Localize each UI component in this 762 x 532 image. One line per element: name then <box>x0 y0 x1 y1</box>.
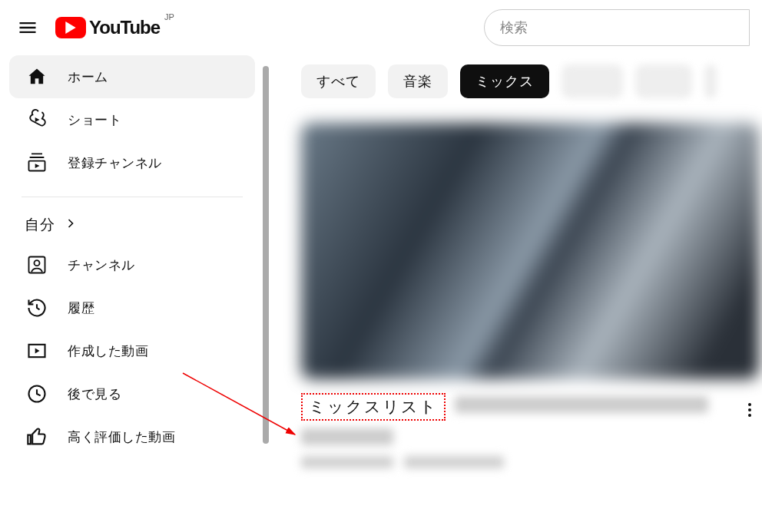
history-icon <box>25 296 49 320</box>
kebab-icon <box>740 401 759 419</box>
channel-icon <box>25 253 49 277</box>
sidebar-label: 後で見る <box>68 385 121 403</box>
subscriptions-icon <box>25 150 49 175</box>
sidebar-section-you[interactable]: 自分 <box>9 207 255 243</box>
sidebar-item-home[interactable]: ホーム <box>9 55 255 98</box>
sidebar-item-shorts[interactable]: ショート <box>9 98 255 141</box>
chevron-right-icon <box>63 216 78 235</box>
video-meta: ミックスリスト <box>301 393 759 468</box>
sidebar-label: 作成した動画 <box>68 342 148 360</box>
youtube-play-icon <box>55 17 86 38</box>
guide-menu-button[interactable] <box>12 12 43 43</box>
chip-blurred[interactable] <box>562 64 623 98</box>
sidebar-label: ホーム <box>68 68 108 86</box>
sidebar-label: ショート <box>68 111 121 129</box>
liked-icon <box>25 425 49 449</box>
search-box[interactable] <box>484 9 750 46</box>
meta-blurred <box>301 456 393 468</box>
section-label: 自分 <box>25 215 55 235</box>
svg-point-7 <box>748 414 751 417</box>
svg-rect-1 <box>29 257 45 273</box>
video-title-blurred[interactable] <box>455 396 708 413</box>
search-input[interactable] <box>500 20 744 36</box>
meta-blurred <box>404 456 504 468</box>
sidebar-item-subscriptions[interactable]: 登録チャンネル <box>9 141 255 184</box>
country-code: JP <box>164 12 174 21</box>
sidebar: ホーム ショート 登録チャンネル 自分 チャンネル 履歴 <box>9 55 255 458</box>
chip-music[interactable]: 音楽 <box>388 64 448 98</box>
watch-later-icon <box>25 382 49 406</box>
hamburger-icon <box>17 17 38 38</box>
svg-point-2 <box>35 260 40 266</box>
video-menu-button[interactable] <box>740 401 759 422</box>
divider <box>22 197 243 197</box>
sidebar-label: 履歴 <box>68 299 94 317</box>
masthead: YouTube JP <box>0 0 762 55</box>
sidebar-item-watch-later[interactable]: 後で見る <box>9 372 255 415</box>
chip-blurred[interactable] <box>635 64 692 98</box>
sidebar-item-your-videos[interactable]: 作成した動画 <box>9 329 255 372</box>
logo-text: YouTube <box>89 17 160 38</box>
svg-point-5 <box>748 403 751 406</box>
svg-point-6 <box>748 408 751 411</box>
sidebar-label: 登録チャンネル <box>68 154 162 172</box>
chip-all[interactable]: すべて <box>301 64 376 98</box>
video-thumbnail[interactable] <box>301 123 759 379</box>
chip-mix[interactable]: ミックス <box>460 64 549 98</box>
sidebar-scrollbar[interactable] <box>263 66 269 444</box>
sidebar-label: チャンネル <box>68 256 135 274</box>
logo[interactable]: YouTube JP <box>55 17 174 38</box>
home-icon <box>25 64 49 89</box>
video-title-blurred[interactable] <box>301 428 393 445</box>
sidebar-label: 高く評価した動画 <box>68 428 175 446</box>
chip-bar: すべて 音楽 ミックス <box>301 64 762 98</box>
shorts-icon <box>25 107 49 132</box>
sidebar-item-your-channel[interactable]: チャンネル <box>9 243 255 286</box>
sidebar-item-liked[interactable]: 高く評価した動画 <box>9 415 255 458</box>
sidebar-item-history[interactable]: 履歴 <box>9 286 255 329</box>
your-videos-icon <box>25 339 49 363</box>
mix-list-label: ミックスリスト <box>301 393 446 421</box>
chip-blurred[interactable] <box>704 64 717 98</box>
